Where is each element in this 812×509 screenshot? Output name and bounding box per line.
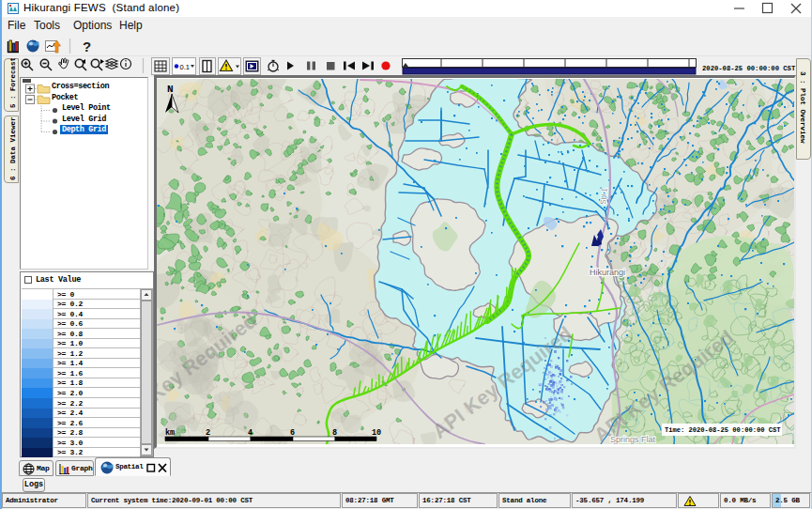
svg-text:2020-08-25 00:00:00 CST: 2020-08-25 00:00:00 CST: [702, 65, 796, 72]
svg-text:Springs Flat: Springs Flat: [610, 435, 656, 444]
svg-text:4: 4: [248, 428, 253, 438]
svg-text:2: 2: [206, 428, 210, 438]
svg-text:6 : Data Viewer: 6 : Data Viewer: [9, 116, 17, 180]
svg-text:8: 8: [332, 428, 337, 438]
svg-text:6: 6: [290, 428, 295, 438]
svg-text:Time: 2020-08-25 00:00:00 CST: Time: 2020-08-25 00:00:00 CST: [665, 426, 781, 434]
svg-text:0.1: 0.1: [180, 63, 190, 71]
svg-text:?: ?: [83, 39, 91, 54]
svg-text:3 : Plot Overview: 3 : Plot Overview: [799, 71, 806, 144]
svg-text:10: 10: [372, 428, 381, 438]
svg-text:5 : Forecast: 5 : Forecast: [9, 58, 17, 108]
svg-text:km: km: [165, 428, 175, 438]
svg-text:Hikurangi: Hikurangi: [590, 268, 625, 277]
svg-text:N: N: [167, 84, 174, 95]
svg-text:SH 1: SH 1: [599, 187, 609, 205]
